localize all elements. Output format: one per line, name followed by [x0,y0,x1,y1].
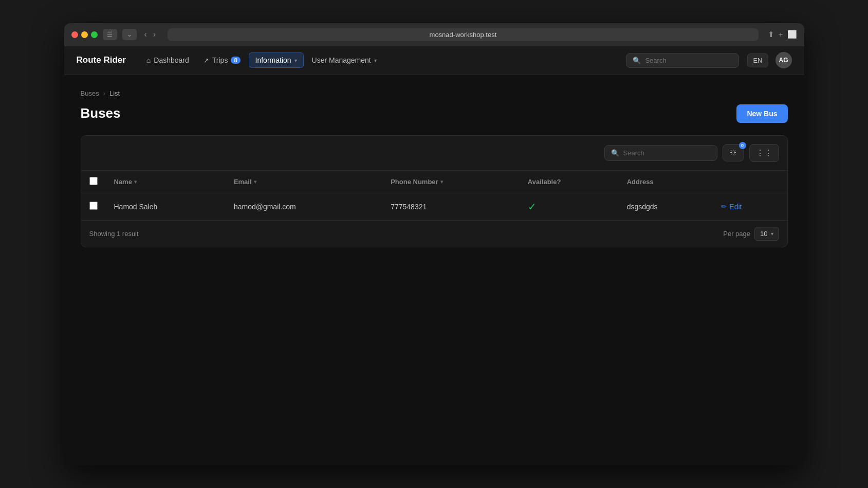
nav-item-trips[interactable]: ↗ Trips 8 [197,53,247,67]
nav-search[interactable]: 🔍 [626,53,739,68]
row-email: hamod@gmail.com [226,193,382,220]
minimize-button[interactable] [81,31,88,38]
table-search[interactable]: 🔍 [604,145,717,161]
filter-button[interactable]: ⛭ 0 [723,144,744,161]
nav-search-input[interactable] [645,57,732,64]
row-name: Hamod Saleh [106,193,226,220]
nav-user-management-label: User Management [312,56,371,64]
nav-dashboard-label: Dashboard [154,56,189,64]
table-search-icon: 🔍 [611,149,619,157]
email-sort-icon: ▾ [254,179,256,185]
avatar[interactable]: AG [775,52,792,68]
browser-actions: ⬆ + ⬜ [768,30,797,39]
table-search-input[interactable] [623,149,711,157]
window-icon[interactable]: ⬜ [787,30,797,39]
new-bus-button[interactable]: New Bus [736,104,787,123]
row-actions: ✏ Edit [713,193,787,220]
nav-item-information[interactable]: Information ▾ [249,52,304,68]
table-row: Hamod Saleh hamod@gmail.com 777548321 ✓ … [81,193,787,220]
breadcrumb-separator: › [103,89,105,97]
showing-text: Showing 1 result [89,230,139,238]
app-container: Route Rider ⌂ Dashboard ↗ Trips 8 Inform… [64,46,804,465]
trips-badge: 8 [231,57,240,64]
columns-button[interactable]: ⋮⋮ [749,144,779,162]
filter-badge: 0 [739,142,746,149]
table-toolbar: 🔍 ⛭ 0 ⋮⋮ [81,136,787,171]
trips-icon: ↗ [204,57,209,64]
user-management-chevron-icon: ▾ [374,58,377,63]
forward-button[interactable]: › [151,29,158,40]
address-header-label: Address [627,178,654,186]
table-header-row: Name ▾ Email ▾ [81,171,787,193]
phone-header[interactable]: Phone Number ▾ [382,171,520,193]
page-title: Buses [81,105,121,121]
nav-items: ⌂ Dashboard ↗ Trips 8 Information ▾ User… [140,52,622,68]
pagination-row: Showing 1 result Per page 10 ▾ [81,220,787,247]
nav-information-label: Information [255,56,291,64]
maximize-button[interactable] [91,31,98,38]
breadcrumb: Buses › List [81,89,788,97]
nav-item-dashboard[interactable]: ⌂ Dashboard [140,53,195,67]
per-page: Per page 10 ▾ [723,227,779,241]
edit-icon: ✏ [721,203,727,210]
new-tab-icon[interactable]: + [779,30,783,39]
address-bar[interactable]: mosnad-workshop.test [168,28,759,41]
email-header-label: Email [234,178,252,186]
per-page-select[interactable]: 10 ▾ [754,227,779,241]
share-icon[interactable]: ⬆ [768,30,774,39]
row-checkbox[interactable] [89,202,98,210]
nav-trips-label: Trips [212,56,228,64]
home-icon: ⌂ [146,56,151,64]
row-available: ✓ [520,193,619,220]
phone-sort-icon: ▾ [440,179,443,185]
available-header-label: Available? [528,178,561,186]
per-page-value: 10 [760,230,767,238]
available-header: Available? [520,171,619,193]
sidebar-toggle-chevron[interactable]: ⌄ [122,29,137,40]
name-header[interactable]: Name ▾ [106,171,226,193]
buses-table: Name ▾ Email ▾ [81,171,787,220]
select-all-checkbox[interactable] [89,177,98,185]
row-phone: 777548321 [382,193,520,220]
top-navbar: Route Rider ⌂ Dashboard ↗ Trips 8 Inform… [64,46,804,75]
phone-header-label: Phone Number [391,178,438,186]
table-card: 🔍 ⛭ 0 ⋮⋮ [81,135,788,247]
row-address: dsgsdgds [619,193,713,220]
actions-header [713,171,787,193]
breadcrumb-parent[interactable]: Buses [81,89,99,97]
language-button[interactable]: EN [747,53,768,67]
brand-logo: Route Rider [77,55,126,65]
back-button[interactable]: ‹ [142,29,150,40]
edit-button[interactable]: ✏ Edit [721,203,779,211]
row-checkbox-cell [81,193,106,220]
address-header: Address [619,171,713,193]
email-header[interactable]: Email ▾ [226,171,382,193]
traffic-lights [71,31,98,38]
browser-chrome: ☰ ⌄ ‹ › mosnad-workshop.test ⬆ + ⬜ [64,23,804,46]
nav-search-icon: 🔍 [633,57,641,64]
filter-icon: ⛭ [729,148,737,157]
information-chevron-icon: ▾ [294,58,297,63]
main-content: Buses › List Buses New Bus 🔍 ⛭ [64,75,804,465]
nav-item-user-management[interactable]: User Management ▾ [306,53,383,67]
close-button[interactable] [71,31,78,38]
select-all-header [81,171,106,193]
columns-icon: ⋮⋮ [756,149,772,157]
nav-arrows: ‹ › [142,29,159,40]
available-check-icon: ✓ [528,201,537,212]
breadcrumb-current: List [109,89,120,97]
per-page-label: Per page [723,230,750,238]
page-header: Buses New Bus [81,104,788,123]
name-header-label: Name [114,178,132,186]
name-sort-icon: ▾ [134,179,137,185]
per-page-chevron-icon: ▾ [771,231,773,237]
sidebar-toggle-button[interactable]: ☰ [103,29,117,40]
